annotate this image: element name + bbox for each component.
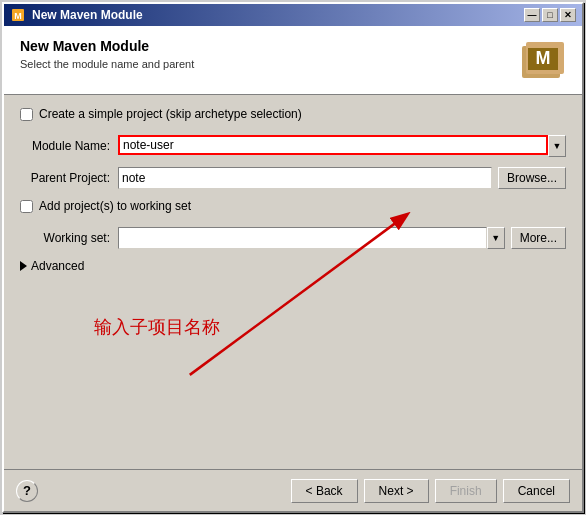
- working-set-checkbox-row: Add project(s) to working set: [20, 199, 566, 213]
- module-name-label: Module Name:: [20, 139, 110, 153]
- parent-project-row: Parent Project: Browse...: [20, 167, 566, 189]
- more-button[interactable]: More...: [511, 227, 566, 249]
- main-window: M New Maven Module — □ ✕ New Maven Modul…: [2, 2, 584, 513]
- footer-right: < Back Next > Finish Cancel: [291, 479, 570, 503]
- advanced-triangle-icon: [20, 261, 27, 271]
- working-set-checkbox[interactable]: [20, 200, 33, 213]
- svg-text:M: M: [536, 48, 551, 68]
- footer: ? < Back Next > Finish Cancel: [4, 469, 582, 511]
- working-set-combo-wrapper: ▼: [118, 227, 505, 249]
- footer-left: ?: [16, 480, 38, 502]
- working-set-row: Working set: ▼ More...: [20, 227, 566, 249]
- minimize-button[interactable]: —: [524, 8, 540, 22]
- simple-project-checkbox[interactable]: [20, 108, 33, 121]
- simple-project-row: Create a simple project (skip archetype …: [20, 107, 566, 121]
- module-name-input[interactable]: [118, 135, 548, 155]
- working-set-field-label: Working set:: [20, 231, 110, 245]
- parent-project-label: Parent Project:: [20, 171, 110, 185]
- annotation-text: 输入子项目名称: [94, 315, 220, 339]
- back-button[interactable]: < Back: [291, 479, 358, 503]
- advanced-row[interactable]: Advanced: [20, 259, 566, 273]
- next-button[interactable]: Next >: [364, 479, 429, 503]
- header-title: New Maven Module: [20, 38, 194, 54]
- content-area: Create a simple project (skip archetype …: [4, 95, 582, 469]
- title-bar-buttons: — □ ✕: [524, 8, 576, 22]
- header-subtitle: Select the module name and parent: [20, 58, 194, 70]
- help-button[interactable]: ?: [16, 480, 38, 502]
- browse-button[interactable]: Browse...: [498, 167, 566, 189]
- title-bar: M New Maven Module — □ ✕: [4, 4, 582, 26]
- finish-button[interactable]: Finish: [435, 479, 497, 503]
- close-button[interactable]: ✕: [560, 8, 576, 22]
- working-set-input[interactable]: [118, 227, 487, 249]
- parent-project-input[interactable]: [118, 167, 492, 189]
- working-set-label[interactable]: Add project(s) to working set: [39, 199, 191, 213]
- title-bar-text: New Maven Module: [32, 8, 518, 22]
- module-name-dropdown[interactable]: ▼: [548, 135, 566, 157]
- title-bar-icon: M: [10, 7, 26, 23]
- maximize-button[interactable]: □: [542, 8, 558, 22]
- working-set-dropdown[interactable]: ▼: [487, 227, 505, 249]
- module-name-combo: ▼: [118, 135, 566, 157]
- header-section: New Maven Module Select the module name …: [4, 26, 582, 95]
- maven-header-icon: M: [522, 38, 566, 82]
- advanced-label[interactable]: Advanced: [31, 259, 84, 273]
- cancel-button[interactable]: Cancel: [503, 479, 570, 503]
- header-text: New Maven Module Select the module name …: [20, 38, 194, 70]
- module-name-row: Module Name: ▼: [20, 135, 566, 157]
- simple-project-label[interactable]: Create a simple project (skip archetype …: [39, 107, 302, 121]
- svg-text:M: M: [14, 11, 22, 21]
